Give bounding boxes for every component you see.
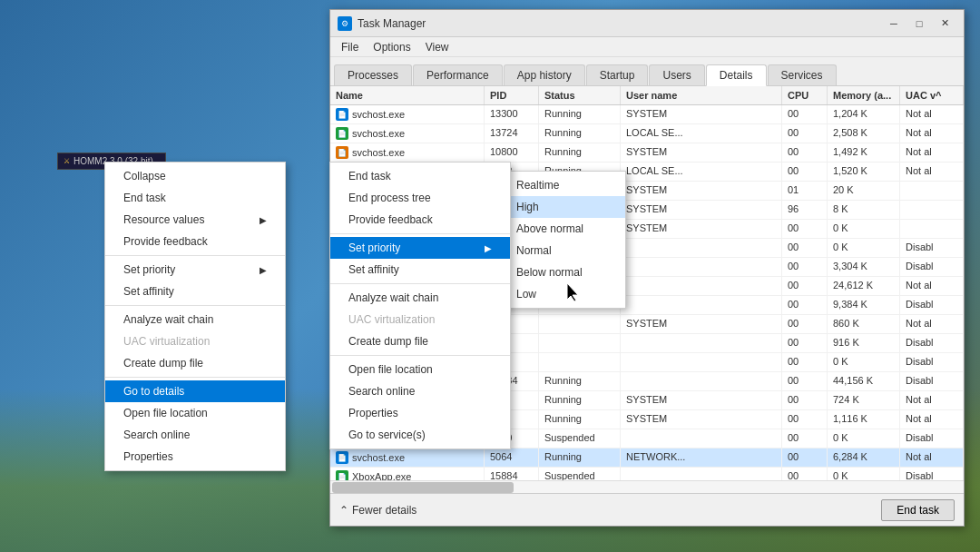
col-status[interactable]: Status: [539, 86, 621, 104]
tm-submenu-arrow-icon: ▶: [485, 243, 492, 253]
app-icon: ⚙: [338, 16, 352, 31]
menu-file[interactable]: File: [334, 39, 366, 55]
tm-ctx-end-task-label: End task: [348, 170, 391, 182]
memory-cell: 916 K: [828, 334, 900, 352]
ctx-dump-label: Create dump file: [123, 357, 203, 370]
end-task-button[interactable]: End task: [881, 499, 955, 521]
tab-services[interactable]: Services: [768, 64, 837, 85]
ctx-collapse[interactable]: Collapse: [105, 165, 285, 187]
ctx-open-file[interactable]: Open file location: [105, 402, 285, 424]
tm-ctx-search-online[interactable]: Search online: [330, 380, 510, 402]
ctx-set-priority[interactable]: Set priority ▶: [105, 259, 285, 281]
user-cell: SYSTEM: [621, 220, 782, 238]
ctx-go-details-label: Go to details: [123, 385, 184, 398]
table-row[interactable]: 📄 svchost.exe 13724 Running LOCAL SE... …: [330, 124, 964, 143]
col-cpu[interactable]: CPU: [782, 86, 828, 104]
table-row[interactable]: 📄 svchost.exe 5064 Running NETWORK... 00…: [330, 448, 964, 468]
tm-ctx-end-task[interactable]: End task: [330, 165, 510, 187]
window-controls: ─ □ ✕: [882, 15, 956, 33]
ctx-properties-label: Properties: [123, 450, 173, 463]
ctx-end-task[interactable]: End task: [105, 187, 285, 209]
ctx-analyze-wait[interactable]: Analyze wait chain: [105, 309, 285, 330]
ctx-set-affinity-label: Set affinity: [123, 285, 174, 298]
status-cell: Running: [539, 124, 621, 143]
tm-ctx-go-service[interactable]: Go to service(s): [330, 424, 510, 446]
memory-cell: 0 K: [828, 239, 900, 257]
pid-cell: 13300: [485, 105, 539, 123]
tab-processes[interactable]: Processes: [334, 64, 412, 85]
menu-options[interactable]: Options: [366, 39, 417, 55]
uac-cell: Disabl: [900, 239, 964, 257]
uac-cell: Disabl: [900, 296, 964, 314]
user-cell: [621, 372, 782, 390]
status-cell: [539, 315, 621, 333]
tm-ctx-set-affinity[interactable]: Set affinity: [330, 259, 510, 281]
cpu-cell: 00: [782, 277, 828, 295]
ctx-open-file-label: Open file location: [123, 407, 208, 419]
table-row[interactable]: 📄 svchost.exe 10800 Running SYSTEM 00 1,…: [330, 143, 964, 163]
col-pid[interactable]: PID: [485, 86, 539, 104]
tab-startup[interactable]: Startup: [586, 64, 649, 85]
tm-ctx-dump[interactable]: Create dump file: [330, 330, 510, 352]
ctx-resource-values-label: Resource values: [123, 213, 204, 226]
memory-cell: 724 K: [828, 391, 900, 409]
tab-performance[interactable]: Performance: [413, 64, 503, 85]
tab-app-history[interactable]: App history: [504, 64, 585, 85]
ctx-search-online[interactable]: Search online: [105, 424, 285, 446]
process-icon: 📄: [336, 127, 348, 140]
ctx-dump[interactable]: Create dump file: [105, 352, 285, 374]
tm-ctx-properties[interactable]: Properties: [330, 402, 510, 424]
priority-above-normal-label: Above normal: [516, 222, 583, 235]
ctx-separator-2: [105, 305, 285, 306]
memory-cell: 0 K: [828, 353, 900, 371]
left-context-menu: Collapse End task Resource values ▶ Prov…: [104, 162, 286, 471]
col-uac[interactable]: UAC v^: [900, 86, 964, 104]
user-cell: [621, 277, 782, 295]
ctx-properties[interactable]: Properties: [105, 446, 285, 468]
status-cell: Running: [539, 448, 621, 467]
user-cell: NETWORK...: [621, 448, 782, 467]
menu-view[interactable]: View: [418, 39, 456, 55]
tm-ctx-open-file[interactable]: Open file location: [330, 359, 510, 380]
ctx-resource-values[interactable]: Resource values ▶: [105, 209, 285, 231]
tm-ctx-provide-feedback[interactable]: Provide feedback: [330, 209, 510, 231]
cpu-cell: 00: [782, 124, 828, 143]
tab-users[interactable]: Users: [649, 64, 704, 85]
maximize-button[interactable]: □: [907, 15, 931, 33]
table-row[interactable]: 📄 svchost.exe 13300 Running SYSTEM 00 1,…: [330, 105, 964, 124]
col-name[interactable]: Name: [330, 86, 485, 104]
homm-icon: ⚔: [64, 157, 70, 165]
process-name-cell: 📄 svchost.exe: [330, 143, 485, 162]
cpu-cell: 00: [782, 315, 828, 333]
minimize-button[interactable]: ─: [882, 15, 906, 33]
priority-low-label: Low: [516, 288, 536, 301]
process-name-cell: 📄 svchost.exe: [330, 124, 485, 143]
process-icon: 📄: [336, 451, 348, 464]
ctx-go-details[interactable]: Go to details: [105, 380, 285, 402]
col-memory[interactable]: Memory (a...: [828, 86, 900, 104]
tm-ctx-properties-label: Properties: [348, 407, 398, 419]
tm-ctx-analyze-wait-label: Analyze wait chain: [348, 291, 438, 304]
h-scroll-thumb[interactable]: [332, 482, 514, 493]
cpu-cell: 00: [782, 353, 828, 371]
uac-cell: Not al: [900, 124, 964, 143]
tm-ctx-set-priority-label: Set priority: [348, 242, 400, 254]
col-user[interactable]: User name: [621, 86, 782, 104]
user-cell: SYSTEM: [621, 105, 782, 123]
tm-ctx-analyze-wait[interactable]: Analyze wait chain: [330, 287, 510, 309]
close-button[interactable]: ✕: [933, 15, 956, 33]
tm-ctx-end-process-tree[interactable]: End process tree: [330, 187, 510, 209]
ctx-set-affinity[interactable]: Set affinity: [105, 281, 285, 302]
bottom-bar: ⌃ Fewer details End task: [330, 493, 964, 526]
uac-cell: Not al: [900, 410, 964, 429]
fewer-details-button[interactable]: ⌃ Fewer details: [339, 504, 416, 517]
tm-separator-2: [330, 283, 510, 284]
horizontal-scrollbar[interactable]: [330, 480, 964, 493]
ctx-provide-feedback[interactable]: Provide feedback: [105, 231, 285, 252]
priority-below-normal-label: Below normal: [516, 266, 583, 279]
user-cell: SYSTEM: [621, 201, 782, 219]
tab-details[interactable]: Details: [706, 64, 767, 86]
tm-ctx-set-priority[interactable]: Set priority ▶: [330, 237, 510, 259]
tm-separator-1: [330, 233, 510, 234]
user-cell: SYSTEM: [621, 391, 782, 409]
